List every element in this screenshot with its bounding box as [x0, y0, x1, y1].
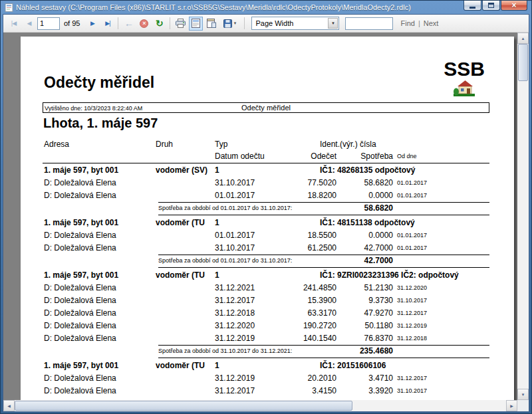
reader-name: D: Doležalová Elena: [44, 294, 116, 307]
maximize-icon: [488, 3, 494, 8]
report-header-bar: Vytištěno dne: 10/3/2023 8:22:40 AM Odeč…: [43, 102, 489, 113]
reading-date: 31.12.2019: [215, 372, 255, 385]
find-text-input[interactable]: [345, 17, 393, 30]
reading-row: D: Doležalová Elena 31.12.2020 190.2720 …: [21, 320, 514, 332]
close-icon: ×: [511, 1, 516, 10]
find-next-button[interactable]: Next: [424, 19, 439, 27]
scroll-right-button[interactable]: ▶: [506, 400, 517, 411]
from-date: 31.12.2017: [397, 372, 427, 385]
refresh-button[interactable]: ↻: [152, 17, 166, 31]
scroll-down-button[interactable]: ▼: [517, 389, 529, 400]
print-button[interactable]: [174, 17, 188, 31]
page-number-input[interactable]: [37, 17, 60, 30]
reader-name: D: Doležalová Elena: [44, 177, 116, 189]
minimize-icon: [469, 7, 475, 9]
scroll-left-button[interactable]: ◀: [3, 400, 15, 411]
group-meter-kind: vodoměr (SV): [156, 164, 207, 177]
reading-row: D: Doležalová Elena 01.01.2017 18.8200 0…: [21, 189, 514, 202]
reading-date: 31.12.2017: [215, 385, 255, 397]
consumption-value: 47.9270: [333, 307, 393, 320]
group-meter-type: 1: [215, 164, 219, 177]
group-ident-numbers: IČ1: 48151138 odpočtový: [320, 217, 415, 229]
find-button[interactable]: Find: [400, 19, 414, 27]
reading-row: D: Doležalová Elena 31.12.2017 15.3900 9…: [21, 294, 514, 307]
consumption-value: 3.4710: [333, 372, 393, 385]
minimize-button[interactable]: [464, 1, 481, 11]
group-header-row: 1. máje 597, byt 001 vodoměr (TU 1 IČ1: …: [21, 217, 514, 229]
print-layout-button[interactable]: [189, 17, 203, 31]
from-date: 01.01.2017: [397, 177, 427, 189]
summary-total: 58.6820: [333, 202, 393, 215]
page-count-label: of 95: [64, 19, 80, 27]
vertical-scroll-thumb[interactable]: [518, 44, 528, 81]
ssb-logo-text: SSB: [444, 59, 485, 79]
reading-date: 31.12.2019: [215, 332, 255, 345]
col-druh: Druh: [156, 138, 173, 150]
next-page-button[interactable]: ▶: [85, 17, 99, 31]
reading-value: 18.8200: [260, 189, 336, 202]
summary-bottom-rule: [158, 215, 489, 215]
close-button[interactable]: ×: [501, 1, 527, 11]
toolbar-separator: [244, 17, 245, 29]
consumption-value: 58.6820: [333, 177, 393, 189]
table-header-row-1: Adresa Druh Typ Ident.(výr.) čísla: [21, 138, 514, 150]
from-date: 31.10.2017: [397, 385, 427, 397]
reading-value: 61.2500: [260, 242, 336, 255]
reading-row: D: Doležalová Elena 31.12.2018 63.3170 4…: [21, 307, 514, 320]
export-caret-icon: ▼: [233, 21, 237, 25]
export-button[interactable]: ▼: [219, 17, 241, 31]
reading-row: D: Doležalová Elena 31.12.2019 20.2010 3…: [21, 372, 514, 385]
reading-value: 63.3170: [260, 307, 336, 320]
stop-rendering-button[interactable]: ×: [137, 17, 151, 31]
reading-value: 3.4150: [260, 385, 336, 397]
report-viewport: SSB Odečty měřidel Vytištěno dne: 10/3: [3, 33, 517, 400]
col-od-dne: Od dne: [397, 150, 417, 162]
reader-name: D: Doležalová Elena: [44, 282, 116, 294]
reading-value: 241.4850: [260, 282, 336, 294]
reading-value: 190.2720: [260, 320, 336, 332]
summary-bottom-rule: [158, 267, 489, 268]
last-page-button[interactable]: ▶|: [100, 17, 114, 31]
from-date: 01.01.2017: [397, 229, 427, 242]
group-meter-kind: vodoměr (TU: [156, 269, 205, 282]
summary-row: Spotřeba za období od 01.01.2017 do 31.1…: [21, 255, 514, 268]
group-ident-numbers: IČ1: 9ZRI0023231396 IČ2: odpočtový: [320, 269, 459, 282]
reading-value: 140.1540: [260, 332, 336, 345]
maximize-button[interactable]: [482, 1, 500, 11]
col-adresa: Adresa: [44, 138, 69, 150]
titlebar[interactable]: Náhled sestavy (C:\Program Files (x86)\S…: [3, 1, 529, 14]
next-page-icon: ▶: [90, 20, 94, 27]
consumption-value: 0.0000: [333, 189, 393, 202]
group-meter-type: 1: [215, 360, 219, 372]
previous-page-button[interactable]: ◀: [22, 17, 36, 31]
back-to-parent-button[interactable]: ←: [122, 17, 136, 31]
col-datum-odectu: Datum odečtu: [215, 150, 265, 162]
group-header-row: 1. máje 597, byt 001 vodoměr (TU 1 IČ1: …: [21, 269, 514, 282]
zoom-caret-icon: ▼: [328, 18, 338, 29]
preview-area: SSB Odečty měřidel Vytištěno dne: 10/3: [3, 33, 529, 411]
reading-row: D: Doležalová Elena 31.12.2021 241.4850 …: [21, 282, 514, 294]
previous-page-icon: ◀: [27, 20, 31, 27]
from-date: 31.12.2020: [397, 282, 427, 294]
group-meter-type: 1: [215, 269, 219, 282]
first-page-button[interactable]: |◀: [7, 17, 21, 31]
consumption-value: 50.1180: [333, 320, 393, 332]
report-preview-window: Náhled sestavy (C:\Program Files (x86)\S…: [0, 0, 532, 414]
page-setup-icon: [207, 19, 216, 28]
group-header-row: 1. máje 597, byt 001 vodoměr (SV) 1 IČ1:…: [21, 164, 514, 177]
window-controls: ×: [464, 1, 527, 11]
export-save-icon: [223, 19, 232, 28]
report-page: SSB Odečty měřidel Vytištěno dne: 10/3: [21, 37, 514, 400]
summary-period-label: Spotřeba za období od 31.10.2017 do 31.1…: [158, 345, 292, 358]
group-meter-type: 1: [215, 217, 219, 229]
reader-name: D: Doležalová Elena: [44, 372, 116, 385]
scroll-up-button[interactable]: ▲: [517, 33, 529, 44]
zoom-select[interactable]: Page Width ▼: [251, 17, 339, 30]
from-date: 31.12.2017: [397, 307, 427, 320]
refresh-icon: ↻: [156, 18, 164, 29]
page-setup-button[interactable]: [204, 17, 218, 31]
vertical-scrollbar[interactable]: ▲ ▼: [517, 33, 529, 400]
horizontal-scroll-thumb[interactable]: [15, 401, 352, 411]
horizontal-scrollbar[interactable]: ◀ ▶: [3, 400, 517, 411]
group-address: 1. máje 597, byt 001: [44, 164, 118, 177]
